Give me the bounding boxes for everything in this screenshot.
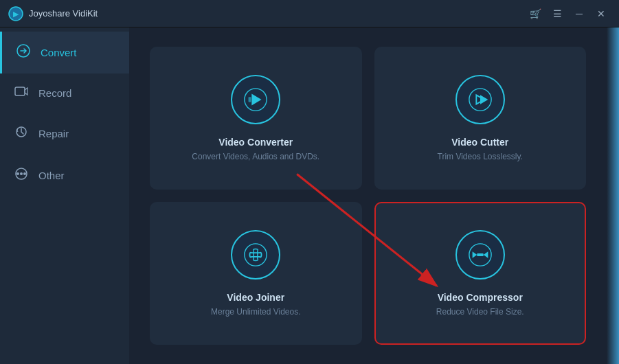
app-body: Convert Record Repair	[0, 27, 619, 364]
video-compressor-icon	[468, 242, 493, 267]
svg-rect-3	[15, 87, 25, 95]
video-cutter-title: Video Cutter	[451, 137, 508, 148]
repair-label: Repair	[38, 128, 69, 139]
right-edge	[607, 27, 619, 364]
video-converter-title: Video Converter	[218, 137, 293, 148]
video-converter-icon	[243, 87, 268, 112]
svg-text:▶: ▶	[13, 10, 19, 18]
title-bar: ▶ Joyoshare VidiKit 🛒 ☰ ─ ✕	[0, 0, 619, 27]
close-button[interactable]: ✕	[592, 6, 611, 21]
card-video-joiner[interactable]: Video Joiner Merge Unlimited Videos.	[150, 202, 362, 345]
video-cutter-desc: Trim Videos Losslessly.	[438, 152, 523, 161]
other-icon	[14, 167, 29, 184]
svg-marker-9	[252, 93, 262, 105]
video-compressor-icon-circle	[455, 230, 505, 280]
menu-button[interactable]: ☰	[548, 6, 567, 21]
svg-marker-14	[480, 95, 488, 104]
svg-rect-19	[477, 253, 483, 256]
repair-icon	[14, 125, 29, 142]
video-converter-desc: Convert Videos, Audios and DVDs.	[192, 152, 319, 161]
sidebar: Convert Record Repair	[0, 27, 129, 364]
video-joiner-title: Video Joiner	[227, 292, 284, 303]
convert-icon	[16, 44, 31, 61]
app-logo-icon: ▶	[8, 6, 23, 21]
convert-label: Convert	[41, 47, 77, 58]
sidebar-item-other[interactable]: Other	[0, 155, 129, 196]
sidebar-item-repair[interactable]: Repair	[0, 113, 129, 155]
card-video-cutter[interactable]: Video Cutter Trim Videos Losslessly.	[374, 47, 587, 190]
card-video-converter[interactable]: Video Converter Convert Videos, Audios a…	[150, 47, 362, 190]
video-joiner-desc: Merge Unlimited Videos.	[211, 307, 301, 317]
minimize-button[interactable]: ─	[570, 6, 589, 21]
record-label: Record	[38, 87, 71, 99]
video-compressor-desc: Reduce Video File Size.	[436, 307, 524, 317]
video-compressor-title: Video Compressor	[438, 292, 523, 303]
video-converter-icon-circle	[231, 75, 280, 124]
svg-marker-18	[472, 251, 477, 258]
svg-marker-17	[483, 251, 488, 258]
card-video-compressor[interactable]: Video Compressor Reduce Video File Size.	[374, 202, 587, 345]
other-label: Other	[38, 170, 65, 181]
video-joiner-icon	[243, 242, 268, 267]
record-icon	[14, 86, 29, 100]
window-controls: 🛒 ☰ ─ ✕	[526, 6, 611, 21]
sidebar-item-record[interactable]: Record	[0, 73, 129, 113]
window-title: Joyoshare VidiKit	[29, 8, 526, 19]
content-area: Video Converter Convert Videos, Audios a…	[129, 27, 607, 364]
svg-point-5	[16, 172, 19, 175]
svg-point-15	[245, 244, 267, 266]
video-cutter-icon	[468, 87, 493, 112]
video-cutter-icon-circle	[455, 75, 505, 124]
video-joiner-icon-circle	[231, 230, 280, 280]
svg-point-7	[23, 172, 26, 175]
store-button[interactable]: 🛒	[526, 6, 545, 21]
svg-rect-11	[249, 97, 251, 102]
sidebar-item-convert[interactable]: Convert	[0, 32, 129, 73]
svg-point-6	[20, 172, 23, 175]
